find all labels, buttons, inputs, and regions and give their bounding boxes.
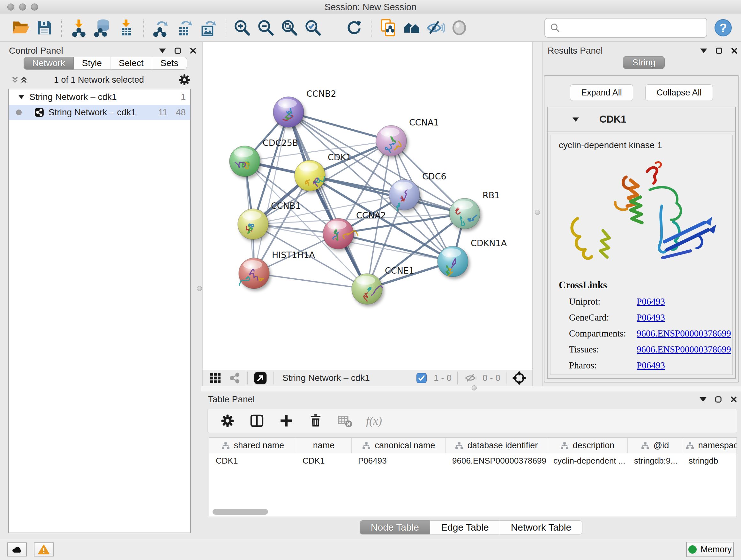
hidden-elements-button[interactable] [463,371,477,385]
zoom-selected-button[interactable] [303,17,323,38]
cell-name[interactable]: CDK1 [296,453,352,468]
crosslink-tissues-link[interactable]: 9606.ENSP00000378699 [636,344,731,355]
collapse-caret-icon[interactable] [18,95,24,99]
delete-table-button[interactable] [337,413,353,429]
horizontal-scrollbar-thumb[interactable] [212,509,268,515]
cell-namespace[interactable]: stringdb [682,453,737,468]
tab-network-table[interactable]: Network Table [500,520,583,535]
column-header-namespace[interactable]: namespace [682,438,737,453]
node-HIST1H1A[interactable]: HIST1H1A [239,250,315,289]
network-options-gear-button[interactable] [178,73,191,86]
save-session-button[interactable] [35,17,54,38]
node-CCNA1[interactable]: CCNA1 [376,118,439,156]
search-input[interactable] [560,19,702,37]
tab-network[interactable]: Network [23,57,74,70]
tab-string[interactable]: String [623,56,665,69]
tab-edge-table[interactable]: Edge Table [430,520,500,535]
column-header-name[interactable]: name [296,438,352,453]
cell-canonical-name[interactable]: P06493 [352,453,446,468]
export-image-button[interactable] [198,17,218,38]
edge-CCNB2-HIST1H1A[interactable] [254,112,288,273]
column-header-description[interactable]: description [547,438,628,453]
save-floppy-icon [36,19,53,37]
close-panel-button[interactable] [190,47,197,54]
tab-style[interactable]: Style [74,57,111,70]
hidden-eye-icon [464,372,476,384]
selected-checkbox[interactable] [414,371,428,385]
column-header-database-identifier[interactable]: database identifier [446,438,547,453]
create-column-button[interactable] [278,413,294,429]
tab-sets[interactable]: Sets [152,57,187,70]
zoom-in-button[interactable] [232,17,252,38]
panel-menu-button[interactable] [700,49,707,53]
crosslink-pharos-link[interactable]: P06493 [636,360,665,371]
import-network-file-button[interactable] [69,17,89,38]
edge-HIST1H1A-CCNE1[interactable] [254,273,367,289]
left-splitter-handle[interactable] [197,286,202,291]
collapse-all-button[interactable]: Collapse All [645,84,713,101]
cell-shared-name[interactable]: CDK1 [209,453,296,468]
edge-CCNB2-CCNE1[interactable] [288,112,367,289]
open-view-in-window-button[interactable] [253,371,267,385]
export-network-icon [151,19,170,37]
crosslink-compartments-link[interactable]: 9606.ENSP00000378699 [636,328,731,339]
network-canvas[interactable]: CCNB2CCNA1CDC25BCDK1CDC6RB1CCNB1CCNA2CDK… [202,42,532,370]
node-CDKN1A[interactable]: CDKN1A [437,238,507,277]
cloud-status-button[interactable] [7,543,27,557]
zoom-fit-button[interactable] [280,17,299,38]
houses-icon [403,18,421,37]
table-options-button[interactable] [219,413,236,429]
copy-network-button[interactable] [379,17,398,38]
memory-button[interactable]: Memory [686,542,734,557]
open-session-button[interactable] [11,17,30,38]
apply-layout-button[interactable] [344,17,364,38]
column-header-canonical-name[interactable]: canonical name [352,438,446,453]
network-overview-button[interactable] [227,371,242,385]
cell-description[interactable]: cyclin-dependent ... [547,453,628,468]
cell-id[interactable]: stringdb:9... [628,453,682,468]
column-header-id[interactable]: @id [628,438,682,453]
table-row[interactable]: CDK1CDK1P064939606.ENSP00000378699cyclin… [209,453,737,468]
crosslink-genecard-link[interactable]: P06493 [636,312,665,323]
tab-select[interactable]: Select [111,57,152,70]
network-collection-row[interactable]: String Network – cdk1 1 [9,89,190,105]
horizontal-splitter[interactable] [201,386,741,391]
float-panel-button[interactable] [716,47,723,54]
export-image-icon [199,19,217,37]
birds-eye-view-button[interactable] [512,371,526,385]
tab-node-table[interactable]: Node Table [360,520,430,535]
import-table-file-button[interactable] [116,17,136,38]
float-panel-button[interactable] [174,47,181,54]
close-panel-button[interactable] [731,47,738,54]
expand-all-button[interactable]: Expand All [570,84,633,101]
attribute-type-icon [685,442,694,450]
close-panel-button[interactable] [730,396,737,403]
help-button[interactable]: ? [714,19,732,37]
collapse-caret-icon[interactable] [572,118,579,122]
panel-menu-button[interactable] [699,397,706,401]
delete-column-button[interactable] [307,413,324,429]
node-RB1[interactable]: RB1 [449,190,500,229]
collapse-all-tree-button[interactable] [11,76,19,84]
function-builder-button[interactable]: f(x) [366,414,382,428]
right-splitter-handle[interactable] [535,210,540,215]
horizontal-splitter-handle[interactable] [472,385,477,390]
first-neighbors-button[interactable] [402,17,422,38]
export-table-button[interactable] [174,17,194,38]
float-panel-button[interactable] [715,396,722,403]
column-header-shared-name[interactable]: shared name [209,438,296,453]
expand-all-tree-button[interactable] [20,76,28,84]
import-network-database-button[interactable] [92,17,112,38]
panel-menu-button[interactable] [159,49,166,53]
zoom-out-button[interactable] [256,17,276,38]
grid-view-button[interactable] [208,371,222,385]
cell-database-identifier[interactable]: 9606.ENSP00000378699 [446,453,547,468]
protein-card-header[interactable]: CDK1 [548,107,735,132]
warnings-button[interactable] [34,543,54,557]
hide-selected-button[interactable] [426,17,446,38]
crosslink-uniprot-link[interactable]: P06493 [636,296,665,307]
show-all-button[interactable] [449,17,469,38]
export-network-button[interactable] [151,17,171,38]
show-column-button[interactable] [249,413,265,429]
network-row[interactable]: String Network – cdk1 11 48 [9,105,190,120]
